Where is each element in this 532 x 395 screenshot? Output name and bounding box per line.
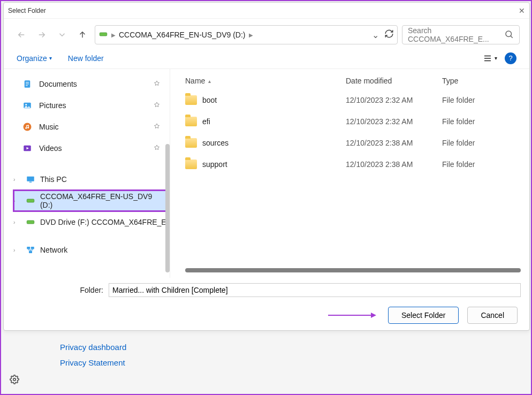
chevron-right-icon[interactable]: › bbox=[13, 198, 21, 204]
svg-point-9 bbox=[24, 123, 32, 131]
svg-rect-1 bbox=[100, 33, 107, 36]
col-date[interactable]: Date modified bbox=[346, 77, 442, 85]
breadcrumb-current[interactable]: CCCOMA_X64FRE_EN-US_DV9 (D:) bbox=[119, 31, 246, 39]
search-placeholder: Search CCCOMA_X64FRE_E... bbox=[408, 26, 504, 43]
organize-button[interactable]: Organize▾ bbox=[17, 54, 52, 63]
col-type[interactable]: Type bbox=[442, 77, 506, 85]
folder-icon bbox=[185, 138, 197, 148]
file-row[interactable]: sources 12/10/2023 2:38 AM File folder bbox=[170, 132, 529, 154]
nav-forward-button[interactable] bbox=[34, 27, 50, 43]
pc-icon bbox=[25, 174, 36, 185]
network-icon bbox=[25, 245, 36, 255]
folder-name-input[interactable] bbox=[109, 283, 521, 297]
svg-point-2 bbox=[506, 31, 512, 37]
tree-item-label: DVD Drive (F:) CCCOMA_X64FRE_E bbox=[40, 218, 166, 226]
file-row[interactable]: boot 12/10/2023 2:32 AM File folder bbox=[170, 89, 529, 111]
tree-item[interactable]: › DVD Drive (F:) CCCOMA_X64FRE_E bbox=[13, 211, 170, 233]
refresh-icon[interactable] bbox=[384, 29, 394, 41]
file-type: File folder bbox=[442, 117, 506, 126]
file-date: 12/10/2023 2:32 AM bbox=[346, 96, 442, 104]
cancel-button[interactable]: Cancel bbox=[467, 307, 518, 324]
tree-item[interactable]: › This PC bbox=[13, 169, 170, 190]
nav-back-button[interactable] bbox=[13, 27, 29, 43]
svg-rect-16 bbox=[31, 247, 34, 249]
view-options-button[interactable]: ▾ bbox=[483, 54, 497, 63]
col-name[interactable]: Name▴ bbox=[185, 77, 346, 85]
tree-item[interactable]: › Network bbox=[13, 239, 170, 261]
nav-up-button[interactable] bbox=[74, 27, 90, 43]
sort-asc-icon: ▴ bbox=[208, 78, 211, 84]
drive-icon bbox=[98, 29, 108, 41]
address-dropdown-icon[interactable]: ⌄ bbox=[372, 30, 379, 40]
file-date: 12/10/2023 2:38 AM bbox=[346, 139, 442, 147]
highlight-arrow bbox=[16, 313, 379, 318]
chevron-down-icon: ▾ bbox=[495, 55, 497, 61]
chevron-right-icon: ▶ bbox=[249, 32, 253, 38]
help-icon[interactable]: ? bbox=[505, 52, 516, 64]
file-date: 12/10/2023 2:38 AM bbox=[346, 160, 442, 169]
search-input[interactable]: Search CCCOMA_X64FRE_E... bbox=[402, 25, 520, 44]
dialog-title: Select Folder bbox=[8, 7, 46, 14]
nav-row: ▶ CCCOMA_X64FRE_EN-US_DV9 (D:) ▶ ⌄ Searc… bbox=[4, 19, 529, 48]
folder-icon bbox=[185, 159, 197, 169]
quick-access-item[interactable]: Videos bbox=[22, 138, 170, 159]
tree-item-label: This PC bbox=[40, 175, 67, 184]
svg-rect-4 bbox=[26, 82, 29, 82]
address-bar[interactable]: ▶ CCCOMA_X64FRE_EN-US_DV9 (D:) ▶ ⌄ bbox=[95, 25, 398, 44]
chevron-right-icon[interactable]: › bbox=[13, 177, 21, 183]
quick-access-label: Pictures bbox=[39, 101, 66, 110]
svg-point-8 bbox=[25, 104, 27, 105]
select-folder-button[interactable]: Select Folder bbox=[388, 307, 459, 324]
quick-access-item[interactable]: Music bbox=[22, 116, 170, 138]
chevron-down-icon: ▾ bbox=[49, 55, 52, 61]
file-name: sources bbox=[202, 139, 229, 147]
column-headers: Name▴ Date modified Type bbox=[170, 72, 529, 89]
horizontal-scrollbar[interactable] bbox=[185, 268, 521, 272]
close-icon[interactable]: ✕ bbox=[519, 6, 525, 15]
new-folder-button[interactable]: New folder bbox=[68, 54, 104, 63]
svg-rect-14 bbox=[27, 221, 34, 224]
file-type: File folder bbox=[442, 96, 506, 104]
music-icon bbox=[22, 121, 33, 132]
pin-icon bbox=[154, 80, 160, 88]
file-row[interactable]: support 12/10/2023 2:38 AM File folder bbox=[170, 154, 529, 175]
tree-item[interactable]: › CCCOMA_X64FRE_EN-US_DV9 (D:) bbox=[13, 190, 170, 211]
sidebar-scrollbar[interactable] bbox=[165, 144, 170, 272]
quick-access-label: Documents bbox=[39, 80, 77, 88]
select-folder-dialog: Select Folder ✕ ▶ CCCOMA_X64FRE_EN-US_DV… bbox=[3, 2, 530, 331]
svg-rect-6 bbox=[26, 85, 28, 86]
file-name: support bbox=[202, 160, 227, 169]
file-name: efi bbox=[202, 117, 210, 126]
quick-access-item[interactable]: Pictures bbox=[22, 95, 170, 116]
quick-access-label: Music bbox=[39, 123, 59, 131]
settings-gear-icon[interactable] bbox=[10, 375, 19, 386]
svg-rect-5 bbox=[26, 83, 29, 84]
chevron-right-icon: ▶ bbox=[111, 32, 116, 38]
titlebar: Select Folder ✕ bbox=[4, 3, 529, 19]
file-name: boot bbox=[202, 96, 217, 104]
folder-icon bbox=[185, 117, 197, 126]
pin-icon bbox=[154, 145, 160, 153]
pin-icon bbox=[154, 123, 160, 131]
svg-rect-13 bbox=[27, 199, 34, 202]
quick-access-item[interactable]: Documents bbox=[22, 73, 170, 95]
privacy-statement-link[interactable]: Privacy Statement bbox=[60, 358, 126, 367]
drive-icon bbox=[25, 217, 36, 227]
toolbar: Organize▾ New folder ▾ ? bbox=[4, 48, 529, 69]
svg-rect-12 bbox=[29, 182, 32, 183]
chevron-right-icon[interactable]: › bbox=[13, 219, 21, 225]
documents-icon bbox=[22, 79, 33, 89]
file-row[interactable]: efi 12/10/2023 2:32 AM File folder bbox=[170, 111, 529, 132]
folder-label: Folder: bbox=[12, 286, 103, 294]
pin-icon bbox=[154, 102, 160, 110]
svg-rect-17 bbox=[29, 251, 32, 254]
chevron-right-icon[interactable]: › bbox=[13, 247, 21, 253]
search-icon bbox=[504, 29, 514, 41]
sidebar: Documents Pictures Music Videos › This P… bbox=[4, 69, 170, 278]
quick-access-label: Videos bbox=[39, 144, 62, 153]
privacy-dashboard-link[interactable]: Privacy dashboard bbox=[60, 343, 126, 352]
file-type: File folder bbox=[442, 139, 506, 147]
nav-recent-button[interactable] bbox=[54, 27, 70, 43]
svg-point-0 bbox=[13, 378, 16, 381]
tree-item-label: CCCOMA_X64FRE_EN-US_DV9 (D:) bbox=[40, 192, 166, 209]
